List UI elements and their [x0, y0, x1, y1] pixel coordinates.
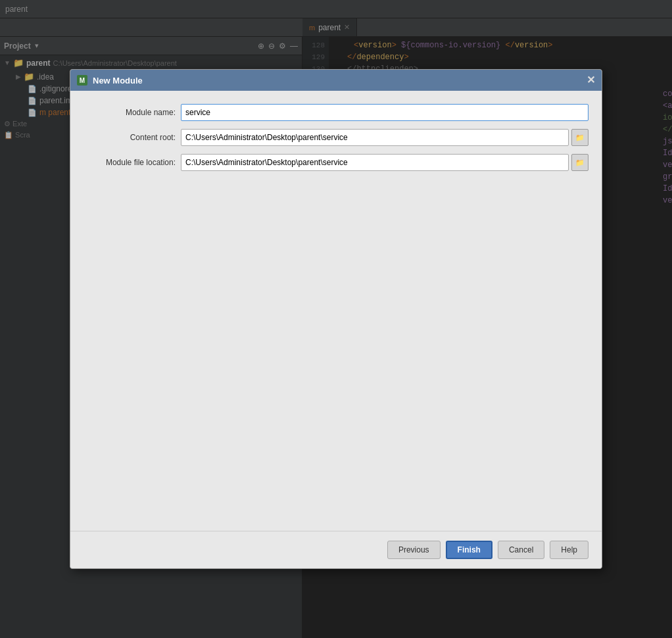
- content-root-label: Content root:: [84, 133, 176, 142]
- module-name-row: Module name:: [84, 104, 588, 121]
- browse-icon: 📁: [575, 134, 585, 142]
- help-button[interactable]: Help: [550, 541, 588, 559]
- module-name-label: Module name:: [84, 108, 176, 117]
- finish-button[interactable]: Finish: [446, 541, 492, 559]
- module-name-input[interactable]: [181, 104, 588, 121]
- module-file-location-field-group: 📁: [181, 154, 588, 171]
- browse-icon-2: 📁: [575, 159, 585, 167]
- dialog-titlebar: M New Module ✕: [70, 70, 602, 91]
- content-root-row: Content root: 📁: [84, 129, 588, 146]
- cancel-button[interactable]: Cancel: [498, 541, 544, 559]
- dialog-module-icon: M: [80, 77, 85, 84]
- dialog-close-button[interactable]: ✕: [587, 75, 595, 86]
- content-root-field-group: 📁: [181, 129, 588, 146]
- module-file-location-browse-button[interactable]: 📁: [571, 154, 588, 171]
- module-file-location-label: Module file location:: [84, 158, 176, 167]
- modal-overlay: M New Module ✕ Module name: Content root…: [0, 0, 672, 638]
- dialog-footer: Previous Finish Cancel Help: [70, 531, 602, 568]
- content-root-browse-button[interactable]: 📁: [571, 129, 588, 146]
- new-module-dialog: M New Module ✕ Module name: Content root…: [70, 69, 602, 569]
- content-root-input[interactable]: [181, 129, 569, 146]
- dialog-body: Module name: Content root: 📁 Module file…: [70, 91, 602, 531]
- module-file-location-row: Module file location: 📁: [84, 154, 588, 171]
- module-file-location-input[interactable]: [181, 154, 569, 171]
- previous-button[interactable]: Previous: [387, 541, 441, 559]
- dialog-title-icon: M: [77, 75, 87, 86]
- dialog-title: New Module: [93, 76, 143, 86]
